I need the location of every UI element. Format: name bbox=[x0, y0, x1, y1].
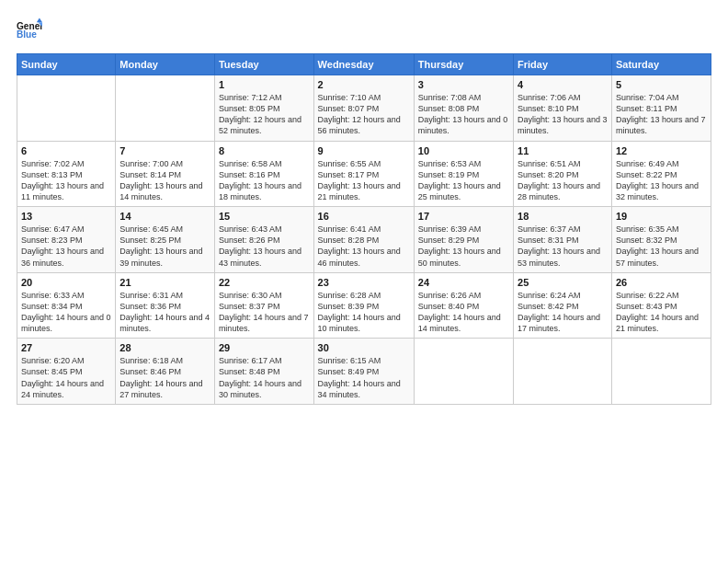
weekday-header: Tuesday bbox=[214, 54, 313, 75]
day-info: Sunrise: 6:15 AM Sunset: 8:49 PM Dayligh… bbox=[318, 355, 410, 400]
svg-marker-2 bbox=[37, 18, 42, 23]
day-info: Sunrise: 6:39 AM Sunset: 8:29 PM Dayligh… bbox=[418, 224, 509, 269]
day-number: 19 bbox=[616, 211, 707, 222]
day-info: Sunrise: 6:17 AM Sunset: 8:48 PM Dayligh… bbox=[219, 355, 310, 400]
day-number: 28 bbox=[119, 342, 210, 353]
calendar-cell: 3Sunrise: 7:08 AM Sunset: 8:08 PM Daylig… bbox=[414, 75, 513, 142]
header: General Blue bbox=[17, 17, 711, 42]
day-number: 21 bbox=[119, 277, 210, 288]
day-info: Sunrise: 7:10 AM Sunset: 8:07 PM Dayligh… bbox=[318, 92, 410, 137]
day-info: Sunrise: 6:26 AM Sunset: 8:40 PM Dayligh… bbox=[418, 290, 509, 335]
day-info: Sunrise: 6:33 AM Sunset: 8:34 PM Dayligh… bbox=[21, 290, 111, 335]
day-number: 23 bbox=[318, 277, 410, 288]
day-number: 4 bbox=[518, 79, 608, 90]
day-info: Sunrise: 6:45 AM Sunset: 8:25 PM Dayligh… bbox=[119, 224, 210, 269]
day-number: 9 bbox=[318, 145, 410, 156]
svg-text:Blue: Blue bbox=[17, 29, 37, 40]
calendar-week-row: 13Sunrise: 6:47 AM Sunset: 8:23 PM Dayli… bbox=[17, 207, 711, 273]
calendar-cell: 27Sunrise: 6:20 AM Sunset: 8:45 PM Dayli… bbox=[17, 339, 116, 405]
weekday-header: Sunday bbox=[17, 54, 116, 75]
day-info: Sunrise: 6:22 AM Sunset: 8:43 PM Dayligh… bbox=[616, 290, 707, 335]
day-number: 10 bbox=[418, 145, 509, 156]
calendar-cell bbox=[116, 75, 215, 142]
calendar-cell: 30Sunrise: 6:15 AM Sunset: 8:49 PM Dayli… bbox=[313, 339, 414, 405]
calendar-cell: 9Sunrise: 6:55 AM Sunset: 8:17 PM Daylig… bbox=[313, 141, 414, 207]
day-info: Sunrise: 6:41 AM Sunset: 8:28 PM Dayligh… bbox=[318, 224, 410, 269]
calendar-cell: 18Sunrise: 6:37 AM Sunset: 8:31 PM Dayli… bbox=[514, 207, 612, 273]
calendar-week-row: 20Sunrise: 6:33 AM Sunset: 8:34 PM Dayli… bbox=[17, 272, 711, 339]
calendar-cell: 24Sunrise: 6:26 AM Sunset: 8:40 PM Dayli… bbox=[414, 272, 513, 339]
calendar-cell: 10Sunrise: 6:53 AM Sunset: 8:19 PM Dayli… bbox=[414, 141, 513, 207]
day-info: Sunrise: 6:51 AM Sunset: 8:20 PM Dayligh… bbox=[518, 158, 608, 203]
day-number: 6 bbox=[21, 145, 111, 156]
calendar-cell: 6Sunrise: 7:02 AM Sunset: 8:13 PM Daylig… bbox=[17, 141, 116, 207]
calendar-cell: 17Sunrise: 6:39 AM Sunset: 8:29 PM Dayli… bbox=[414, 207, 513, 273]
calendar-cell: 4Sunrise: 7:06 AM Sunset: 8:10 PM Daylig… bbox=[514, 75, 612, 142]
day-number: 24 bbox=[418, 277, 509, 288]
calendar-cell: 13Sunrise: 6:47 AM Sunset: 8:23 PM Dayli… bbox=[17, 207, 116, 273]
calendar-cell: 22Sunrise: 6:30 AM Sunset: 8:37 PM Dayli… bbox=[214, 272, 313, 339]
day-info: Sunrise: 7:00 AM Sunset: 8:14 PM Dayligh… bbox=[119, 158, 210, 203]
calendar-cell: 20Sunrise: 6:33 AM Sunset: 8:34 PM Dayli… bbox=[17, 272, 116, 339]
weekday-header: Wednesday bbox=[313, 54, 414, 75]
day-number: 16 bbox=[318, 211, 410, 222]
day-info: Sunrise: 6:24 AM Sunset: 8:42 PM Dayligh… bbox=[518, 290, 608, 335]
calendar-cell bbox=[514, 339, 612, 405]
calendar-cell: 23Sunrise: 6:28 AM Sunset: 8:39 PM Dayli… bbox=[313, 272, 414, 339]
logo-icon: General Blue bbox=[17, 17, 42, 42]
day-number: 12 bbox=[616, 145, 707, 156]
calendar-cell: 12Sunrise: 6:49 AM Sunset: 8:22 PM Dayli… bbox=[611, 141, 711, 207]
calendar-cell: 8Sunrise: 6:58 AM Sunset: 8:16 PM Daylig… bbox=[214, 141, 313, 207]
weekday-header: Monday bbox=[116, 54, 215, 75]
day-number: 15 bbox=[219, 211, 310, 222]
day-number: 8 bbox=[219, 145, 310, 156]
day-info: Sunrise: 6:30 AM Sunset: 8:37 PM Dayligh… bbox=[219, 290, 310, 335]
day-number: 20 bbox=[21, 277, 111, 288]
day-number: 25 bbox=[518, 277, 608, 288]
day-number: 26 bbox=[616, 277, 707, 288]
weekday-header: Saturday bbox=[611, 54, 711, 75]
day-info: Sunrise: 7:08 AM Sunset: 8:08 PM Dayligh… bbox=[418, 92, 509, 137]
day-info: Sunrise: 6:43 AM Sunset: 8:26 PM Dayligh… bbox=[219, 224, 310, 269]
day-info: Sunrise: 6:47 AM Sunset: 8:23 PM Dayligh… bbox=[21, 224, 111, 269]
day-info: Sunrise: 7:06 AM Sunset: 8:10 PM Dayligh… bbox=[518, 92, 608, 137]
calendar-cell: 26Sunrise: 6:22 AM Sunset: 8:43 PM Dayli… bbox=[611, 272, 711, 339]
day-number: 27 bbox=[21, 342, 111, 353]
logo: General Blue bbox=[17, 17, 46, 42]
calendar-cell: 2Sunrise: 7:10 AM Sunset: 8:07 PM Daylig… bbox=[313, 75, 414, 142]
calendar-header-row: SundayMondayTuesdayWednesdayThursdayFrid… bbox=[17, 54, 711, 75]
calendar-cell: 1Sunrise: 7:12 AM Sunset: 8:05 PM Daylig… bbox=[214, 75, 313, 142]
day-number: 1 bbox=[219, 79, 310, 90]
day-info: Sunrise: 6:18 AM Sunset: 8:46 PM Dayligh… bbox=[119, 355, 210, 400]
day-info: Sunrise: 7:02 AM Sunset: 8:13 PM Dayligh… bbox=[21, 158, 111, 203]
day-number: 30 bbox=[318, 342, 410, 353]
calendar-cell: 21Sunrise: 6:31 AM Sunset: 8:36 PM Dayli… bbox=[116, 272, 215, 339]
day-info: Sunrise: 6:49 AM Sunset: 8:22 PM Dayligh… bbox=[616, 158, 707, 203]
calendar-table: SundayMondayTuesdayWednesdayThursdayFrid… bbox=[17, 53, 711, 405]
day-info: Sunrise: 6:37 AM Sunset: 8:31 PM Dayligh… bbox=[518, 224, 608, 269]
calendar-cell: 7Sunrise: 7:00 AM Sunset: 8:14 PM Daylig… bbox=[116, 141, 215, 207]
day-info: Sunrise: 6:53 AM Sunset: 8:19 PM Dayligh… bbox=[418, 158, 509, 203]
day-info: Sunrise: 6:28 AM Sunset: 8:39 PM Dayligh… bbox=[318, 290, 410, 335]
day-number: 29 bbox=[219, 342, 310, 353]
calendar-cell: 15Sunrise: 6:43 AM Sunset: 8:26 PM Dayli… bbox=[214, 207, 313, 273]
calendar-cell: 11Sunrise: 6:51 AM Sunset: 8:20 PM Dayli… bbox=[514, 141, 612, 207]
day-info: Sunrise: 6:58 AM Sunset: 8:16 PM Dayligh… bbox=[219, 158, 310, 203]
day-number: 13 bbox=[21, 211, 111, 222]
day-info: Sunrise: 7:04 AM Sunset: 8:11 PM Dayligh… bbox=[616, 92, 707, 137]
day-number: 18 bbox=[518, 211, 608, 222]
calendar-cell bbox=[414, 339, 513, 405]
day-info: Sunrise: 7:12 AM Sunset: 8:05 PM Dayligh… bbox=[219, 92, 310, 137]
day-number: 14 bbox=[119, 211, 210, 222]
weekday-header: Thursday bbox=[414, 54, 513, 75]
day-number: 2 bbox=[318, 79, 410, 90]
calendar-cell: 16Sunrise: 6:41 AM Sunset: 8:28 PM Dayli… bbox=[313, 207, 414, 273]
day-number: 5 bbox=[616, 79, 707, 90]
day-number: 22 bbox=[219, 277, 310, 288]
day-info: Sunrise: 6:20 AM Sunset: 8:45 PM Dayligh… bbox=[21, 355, 111, 400]
calendar-cell: 29Sunrise: 6:17 AM Sunset: 8:48 PM Dayli… bbox=[214, 339, 313, 405]
day-info: Sunrise: 6:35 AM Sunset: 8:32 PM Dayligh… bbox=[616, 224, 707, 269]
calendar-cell: 25Sunrise: 6:24 AM Sunset: 8:42 PM Dayli… bbox=[514, 272, 612, 339]
calendar-cell: 5Sunrise: 7:04 AM Sunset: 8:11 PM Daylig… bbox=[611, 75, 711, 142]
calendar-cell: 14Sunrise: 6:45 AM Sunset: 8:25 PM Dayli… bbox=[116, 207, 215, 273]
